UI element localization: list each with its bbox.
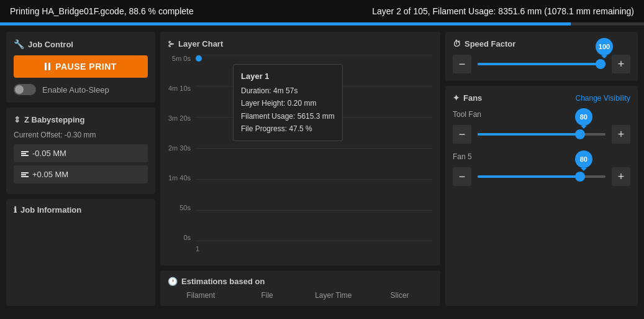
info-icon: ℹ: [14, 205, 17, 215]
x-label: 1: [196, 245, 199, 252]
tool-fan-plus-button[interactable]: +: [612, 125, 630, 144]
fan5-value-badge: 80: [575, 150, 592, 168]
fan5-slider-row: − 80 +: [453, 167, 630, 186]
tooltip-duration: Duration: 4m 57s: [241, 85, 335, 97]
chart-body: 1 Layer 1 Duration: 4m 57s Layer Height:…: [196, 55, 433, 254]
tooltip-progress: File Progress: 47.5 %: [241, 123, 335, 135]
speed-slider-track: 100: [478, 63, 605, 65]
y-label-4: 1m 40s: [168, 174, 191, 182]
job-information-card: ℹ Job Information: [6, 199, 155, 306]
top-bar: Printing HA_Bridge01F.gcode, 88.6 % comp…: [0, 0, 644, 22]
est-col-slicer: Slicer: [366, 291, 433, 300]
chart-icon: ⊱: [168, 39, 175, 49]
middle-panel: ⊱ Layer Chart 5m 0s 4m 10s 3m 20s 2m 30s…: [155, 32, 445, 306]
fan5-plus-button[interactable]: +: [612, 167, 630, 186]
fan5-slider-thumb[interactable]: 80: [575, 172, 585, 182]
estimations-columns: Filament File Layer Time Slicer: [168, 291, 433, 300]
plus-step-icon: [21, 172, 29, 177]
est-col-file: File: [234, 291, 301, 300]
change-visibility-link[interactable]: Change Visibility: [576, 94, 631, 103]
job-control-card: 🔧 Job Control PAUSE PRINT Enable Auto-Sl…: [6, 32, 155, 103]
layer-chart-title: ⊱ Layer Chart: [168, 39, 433, 49]
chart-area: 5m 0s 4m 10s 3m 20s 2m 30s 1m 40s 50s 0s: [168, 55, 433, 254]
fan5-minus-button[interactable]: −: [453, 167, 471, 186]
grid-line-4: [196, 179, 433, 180]
fan5-slider-track: 80: [478, 175, 605, 178]
tool-fan-label: Tool Fan: [453, 110, 630, 119]
toggle-knob: [15, 85, 24, 94]
tool-fan-value-badge: 80: [575, 108, 592, 126]
est-col-layer-time: Layer Time: [301, 291, 367, 300]
y-label-5: 50s: [168, 204, 191, 211]
y-label-3: 2m 30s: [168, 144, 191, 152]
clock-icon-speed: ⏱: [453, 39, 461, 49]
grid-line-3: [196, 148, 433, 149]
tool-fan-slider-container: 80: [478, 125, 605, 144]
print-status-right: Layer 2 of 105, Filament Usage: 8351.6 m…: [372, 6, 634, 16]
chart-dot: [196, 55, 202, 62]
tooltip-filament: Filament Usage: 5615.3 mm: [241, 110, 335, 123]
auto-sleep-row: Enable Auto-Sleep: [14, 84, 148, 95]
fans-title: ✦ Fans: [453, 93, 482, 103]
speed-plus-button[interactable]: +: [612, 55, 630, 73]
tool-fan-slider-track: 80: [478, 133, 605, 136]
speed-value-badge: 100: [596, 38, 613, 55]
fans-header: ✦ Fans Change Visibility: [453, 93, 630, 103]
auto-sleep-label: Enable Auto-Sleep: [42, 85, 109, 95]
main-layout: 🔧 Job Control PAUSE PRINT Enable Auto-Sl…: [0, 25, 644, 312]
grid-line-6: [196, 241, 433, 241]
speed-slider-thumb[interactable]: 100: [596, 59, 605, 69]
fan5-slider-container: 80: [478, 167, 605, 186]
plus-step-button[interactable]: +0.05 MM: [14, 165, 148, 183]
grid-line-5: [196, 210, 433, 211]
wrench-icon: 🔧: [14, 39, 24, 49]
right-panel: ⏱ Speed Factor − 100 +: [445, 32, 638, 306]
job-control-title: 🔧 Job Control: [14, 39, 148, 49]
arrows-icon: ⇕: [14, 115, 20, 124]
tool-fan-slider-row: − 80 +: [453, 125, 630, 144]
tooltip-height: Layer Height: 0.20 mm: [241, 97, 335, 109]
auto-sleep-toggle[interactable]: [14, 84, 36, 95]
fan5-slider-fill: [478, 175, 580, 178]
minus-step-button[interactable]: -0.05 MM: [14, 144, 148, 162]
x-labels: 1: [196, 245, 199, 252]
fan5-row: Fan 5 − 80 +: [453, 152, 630, 186]
y-label-2: 3m 20s: [168, 114, 191, 122]
fan5-label: Fan 5: [453, 152, 630, 161]
current-offset: Current Offset: -0.30 mm: [14, 131, 148, 139]
left-panel: 🔧 Job Control PAUSE PRINT Enable Auto-Sl…: [6, 32, 155, 306]
tool-fan-minus-button[interactable]: −: [453, 125, 471, 144]
minus-step-icon: [21, 151, 29, 156]
z-babystepping-title: ⇕ Z Babystepping: [14, 115, 148, 124]
tool-fan-slider-thumb[interactable]: 80: [575, 129, 585, 139]
y-label-1: 4m 10s: [168, 85, 191, 92]
layer-chart-card: ⊱ Layer Chart 5m 0s 4m 10s 3m 20s 2m 30s…: [160, 32, 440, 266]
tool-fan-slider-fill: [478, 133, 580, 136]
tool-fan-row: Tool Fan − 80 +: [453, 110, 630, 144]
y-label-6: 0s: [168, 234, 191, 241]
grid-line-0: [196, 55, 433, 55]
z-babystepping-card: ⇕ Z Babystepping Current Offset: -0.30 m…: [6, 108, 155, 194]
speed-factor-card: ⏱ Speed Factor − 100 +: [445, 32, 638, 81]
pause-print-button[interactable]: PAUSE PRINT: [14, 55, 148, 78]
speed-slider-container: 100: [478, 55, 605, 73]
est-col-filament: Filament: [168, 291, 234, 300]
speed-slider-fill: [478, 63, 605, 65]
speed-slider-row: − 100 +: [453, 55, 630, 73]
print-status-left: Printing HA_Bridge01F.gcode, 88.6 % comp…: [10, 6, 194, 16]
layer-tooltip: Layer 1 Duration: 4m 57s Layer Height: 0…: [233, 64, 343, 141]
fans-card: ✦ Fans Change Visibility Tool Fan − 80: [445, 86, 638, 306]
estimations-title: 🕐 Estimations based on: [168, 277, 433, 286]
tooltip-title: Layer 1: [241, 70, 335, 83]
clock-icon-est: 🕐: [168, 277, 178, 286]
speed-minus-button[interactable]: −: [453, 55, 471, 73]
job-information-title: ℹ Job Information: [14, 205, 148, 215]
y-axis: 5m 0s 4m 10s 3m 20s 2m 30s 1m 40s 50s 0s: [168, 55, 196, 254]
pause-icon: [45, 63, 50, 70]
fan-icon: ✦: [453, 93, 460, 103]
y-label-0: 5m 0s: [168, 55, 191, 62]
estimations-card: 🕐 Estimations based on Filament File Lay…: [160, 270, 440, 306]
